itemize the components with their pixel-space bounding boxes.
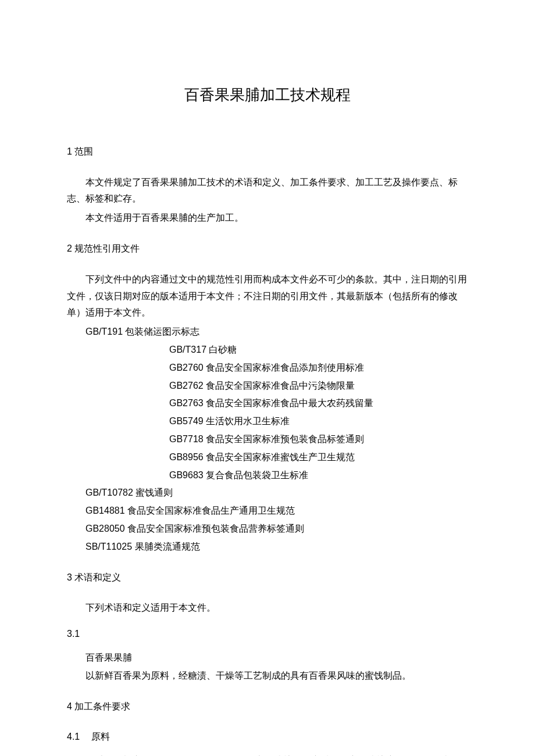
ref-item-10: GB14881 食品安全国家标准食品生产通用卫生规范 [85, 503, 468, 519]
section-3-1-num: 3.1 [67, 626, 468, 643]
section-3-label: 术语和定义 [74, 572, 121, 582]
ref-item-0: GB/T191 包装储运图示标志 [85, 324, 468, 341]
section-4-1-p1a: 百香果原料应符合 GB2762、GB2763 的规定，成熟，无变质、霉变，成熟度… [67, 753, 468, 756]
section-4-heading: 4加工条件要求 [67, 698, 468, 715]
section-1-heading: 1范围 [67, 144, 468, 160]
ref-item-11: GB28050 食品安全国家标准预包装食品营养标签通则 [85, 521, 468, 538]
section-1-num: 1 [67, 146, 72, 156]
section-3-heading: 3术语和定义 [67, 569, 468, 586]
section-3-1-def: 以新鲜百香果为原料，经糖渍、干燥等工艺制成的具有百香果风味的蜜饯制品。 [67, 668, 468, 685]
section-4-1-heading: 4.1原料 [67, 729, 468, 746]
ref-item-1: GB/T317 白砂糖 [169, 342, 468, 359]
section-2-heading: 2规范性引用文件 [67, 241, 468, 257]
section-1-p2: 本文件适用于百香果果脯的生产加工。 [67, 210, 468, 227]
ref-item-7: GB8956 食品安全国家标准蜜饯生产卫生规范 [169, 449, 468, 466]
ref-item-5: GB5749 生活饮用水卫生标准 [169, 413, 468, 430]
ref-item-8: GB9683 复合食品包装袋卫生标准 [169, 467, 468, 484]
ref-item-3: GB2762 食品安全国家标准食品中污染物限量 [169, 378, 468, 395]
section-2-label: 规范性引用文件 [74, 243, 140, 253]
section-3-num: 3 [67, 572, 72, 582]
section-1-label: 范围 [74, 146, 93, 156]
section-4-1-label: 原料 [91, 732, 110, 741]
ref-item-12: SB/T11025 果脯类流通规范 [85, 539, 468, 556]
section-4-1-num: 4.1 [67, 732, 80, 741]
section-4-label: 加工条件要求 [74, 701, 130, 711]
section-2-p1: 下列文件中的内容通过文中的规范性引用而构成本文件必不可少的条款。其中，注日期的引… [67, 271, 468, 321]
document-title: 百香果果脯加工技术规程 [67, 81, 468, 109]
section-2-num: 2 [67, 243, 72, 253]
section-3-p1: 下列术语和定义适用于本文件。 [67, 600, 468, 617]
ref-item-9: GB/T10782 蜜饯通则 [85, 485, 468, 501]
ref-item-2: GB2760 食品安全国家标准食品添加剂使用标准 [169, 360, 468, 377]
ref-item-4: GB2763 食品安全国家标准食品中最大农药残留量 [169, 395, 468, 412]
section-4-num: 4 [67, 701, 72, 711]
section-1-p1: 本文件规定了百香果果脯加工技术的术语和定义、加工条件要求、加工工艺及操作要点、标… [67, 174, 468, 208]
ref-item-6: GB7718 食品安全国家标准预包装食品标签通则 [169, 431, 468, 448]
section-3-1-term: 百香果果脯 [67, 650, 468, 667]
